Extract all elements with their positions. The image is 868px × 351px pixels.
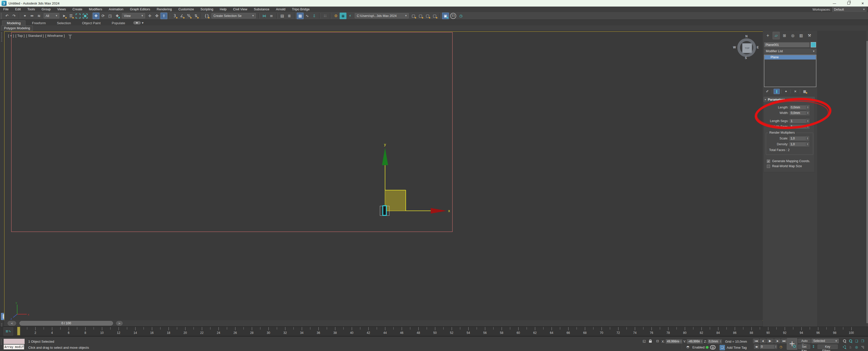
move-gizmo[interactable]: y x xyxy=(382,142,450,214)
menu-item-tripo-bridge[interactable]: Tripo Bridge xyxy=(289,6,313,12)
zoom-region-icon[interactable] xyxy=(842,345,847,350)
zoom-extents-all-icon[interactable]: ❒ xyxy=(860,339,865,344)
ribbon-tab-modeling[interactable]: Modeling xyxy=(2,21,26,26)
minimize-button[interactable]: — xyxy=(832,1,837,5)
orbit-icon[interactable]: ◎ xyxy=(854,345,859,350)
current-frame-field[interactable]: 0 xyxy=(760,345,774,349)
schematic-view-icon[interactable]: ⇩ xyxy=(311,12,318,19)
sync-time-icon[interactable]: ◷ xyxy=(458,12,464,19)
undo-icon[interactable]: ↶ xyxy=(3,12,10,19)
viewport-canvas[interactable]: y x x y z xyxy=(4,32,763,320)
autobackup-counter-icon[interactable]: 11 xyxy=(450,13,456,19)
render-production-icon[interactable]: ⚡ xyxy=(347,12,353,19)
viewport-menu-general[interactable]: [ + ] xyxy=(8,34,14,38)
width-segs-spinner[interactable]: ▲▼ xyxy=(806,124,809,129)
zoom-all-icon[interactable] xyxy=(848,339,853,344)
remove-modifier-icon[interactable]: ✕ xyxy=(792,89,798,94)
ribbon-tab-object-paint[interactable]: Object Paint xyxy=(78,21,105,26)
selection-filter-dropdown[interactable]: All▼ xyxy=(44,13,59,19)
viewcube-south[interactable]: S xyxy=(745,56,747,60)
edit-named-selection-sets-icon[interactable]: {} xyxy=(204,12,210,19)
length-segs-field[interactable]: 1 xyxy=(789,119,806,123)
polygon-modeling-panel[interactable]: Polygon Modeling xyxy=(1,26,33,31)
viewport-menu-renderer[interactable]: [ Standard ] xyxy=(26,34,44,38)
degradation-value-button[interactable]: 0 xyxy=(710,345,716,350)
modifier-stack[interactable]: Plane xyxy=(764,55,816,87)
toggle-ribbon-icon[interactable]: ▦ xyxy=(297,12,304,19)
object-name-field[interactable]: Plane001 xyxy=(764,42,810,47)
pan-icon[interactable]: ☞ xyxy=(848,345,853,350)
close-button[interactable]: ✕ xyxy=(860,1,866,5)
menu-item-group[interactable]: Group xyxy=(38,6,54,12)
align-icon[interactable]: ≡ xyxy=(268,12,275,19)
macro-recorder-box[interactable] xyxy=(3,339,25,344)
coord-y-spinner[interactable]: ▲▼ xyxy=(700,339,703,344)
track-bar[interactable]: ≣∿ 0246810121416182022242628303234363840… xyxy=(0,326,868,336)
viewcube-top-face[interactable]: TOP xyxy=(742,43,752,53)
menu-item-animation[interactable]: Animation xyxy=(105,6,127,12)
maxscript-mini-listener[interactable]: Array modifi xyxy=(3,345,24,350)
coord-z-spinner[interactable]: ▲▼ xyxy=(719,339,722,344)
isolate-selection-toggle-icon[interactable]: ◱ xyxy=(642,339,647,344)
ribbon-tab-freeform[interactable]: Freeform xyxy=(28,21,51,26)
length-field[interactable]: 0,0mm xyxy=(789,105,806,110)
menu-item-create[interactable]: Create xyxy=(69,6,86,12)
configure-modifier-sets-icon[interactable]: ▦ xyxy=(802,89,808,94)
play-button[interactable]: ▶ xyxy=(767,339,774,343)
selection-lock-icon[interactable] xyxy=(649,339,652,344)
reference-coordinate-system-dropdown[interactable]: View▼ xyxy=(122,13,145,19)
panel-tab-modify[interactable]: ▱ xyxy=(773,32,780,39)
menu-item-graph-editors[interactable]: Graph Editors xyxy=(127,6,153,12)
select-object-icon[interactable]: ➤ xyxy=(61,12,67,19)
select-and-manipulate-icon[interactable]: ✜ xyxy=(153,12,160,19)
maximize-viewport-toggle-icon[interactable]: ◹ xyxy=(860,345,865,350)
go-to-start-button[interactable]: |◀◀ xyxy=(753,339,759,343)
menu-item-arnold[interactable]: Arnold xyxy=(273,6,289,12)
menu-item-civil-view[interactable]: Civil View xyxy=(230,6,251,12)
rectangular-selection-region-icon[interactable] xyxy=(75,12,82,19)
generate-mapping-coords-checkbox[interactable]: ✓ xyxy=(767,160,770,163)
spinner-snap-toggle-icon[interactable]: ⇅ xyxy=(192,12,199,19)
select-and-scale-icon[interactable]: ◳ xyxy=(107,12,114,19)
modifier-stack-item-plane[interactable]: Plane xyxy=(765,55,816,60)
material-editor-icon[interactable]: ◉ xyxy=(340,12,346,19)
panel-tab-utilities[interactable]: ⚒ xyxy=(806,32,813,39)
menu-item-substance[interactable]: Substance xyxy=(251,6,273,12)
ribbon-options-chevron-icon[interactable]: ▼ xyxy=(142,22,144,24)
restore-button[interactable] xyxy=(846,1,851,5)
select-and-place-icon[interactable]: ❖ xyxy=(114,12,121,19)
dock-grip[interactable] xyxy=(1,32,2,42)
viewport-filter-icon[interactable] xyxy=(68,35,72,37)
keyboard-shortcut-override-icon[interactable]: ⇧ xyxy=(160,12,167,19)
app-logo-icon[interactable]: 3 xyxy=(1,1,6,6)
density-field[interactable]: 1,0 xyxy=(789,142,806,147)
use-pivot-point-center-icon[interactable]: ✛ xyxy=(146,12,153,19)
coord-z-field[interactable]: 0,0mm xyxy=(708,339,719,344)
bind-to-space-warp-icon[interactable]: ≋ xyxy=(36,12,42,19)
toggle-scene-explorer-icon[interactable]: ▤ xyxy=(279,12,286,19)
gizmo-x-arrow[interactable] xyxy=(431,208,446,214)
percent-snap-toggle-icon[interactable]: % xyxy=(185,12,192,19)
panel-tab-display[interactable]: ▥ xyxy=(798,32,805,39)
mirror-icon[interactable]: ⋈ xyxy=(261,12,268,19)
scene-script-options-icon[interactable]: ▢ xyxy=(410,12,417,19)
command-panel-scrollbar[interactable] xyxy=(867,41,868,323)
array-tools-icon[interactable]: ∷ xyxy=(322,12,329,19)
menu-item-modifiers[interactable]: Modifiers xyxy=(86,6,105,12)
viewport-menu-shading[interactable]: [ Wireframe ] xyxy=(45,34,65,38)
scene-script-nodes-icon[interactable]: ▢ xyxy=(431,12,438,19)
time-configuration-icon[interactable]: ◷ xyxy=(778,345,783,350)
width-field[interactable]: 0,0mm xyxy=(789,111,806,115)
key-filters-button[interactable]: Key Filters... xyxy=(817,345,838,349)
snaps-toggle-3d-icon[interactable]: 3 xyxy=(171,12,178,19)
previous-frame-button[interactable]: < xyxy=(7,321,16,325)
window-crossing-toggle-icon[interactable] xyxy=(82,12,89,19)
viewcube-west[interactable]: W xyxy=(733,45,736,49)
scale-field[interactable]: 1,0 xyxy=(789,136,806,141)
named-selection-sets-dropdown[interactable]: Create Selection Se▼ xyxy=(212,13,256,19)
gizmo-xy-plane-handle[interactable] xyxy=(385,190,406,211)
select-by-name-icon[interactable]: ☰ xyxy=(68,12,74,19)
length-spinner[interactable]: ▲▼ xyxy=(806,105,809,110)
go-to-end-button[interactable]: ▶▶| xyxy=(781,339,787,343)
current-frame-spinner[interactable]: ▲▼ xyxy=(774,345,777,349)
